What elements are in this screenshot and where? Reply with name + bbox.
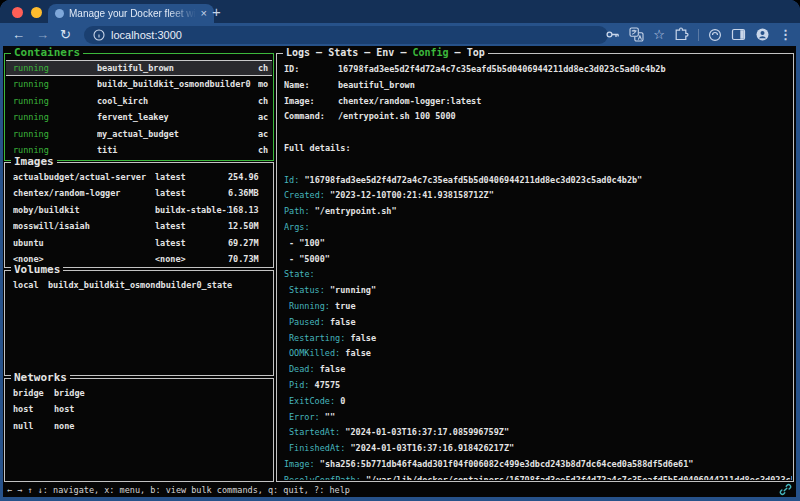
config-detail-value: "/entrypoint.sh" <box>315 206 397 216</box>
inspector-panel: Logs — Stats — Env — Config — Top ID:167… <box>276 53 794 482</box>
config-summary-label: Command: <box>284 109 338 125</box>
container-row[interactable]: runningmy_actual_budgetac <box>6 126 272 142</box>
config-summary-line: Name:beautiful_brown <box>284 78 792 94</box>
config-summary-line: Command:/entrypoint.sh 100 5000 <box>284 109 792 125</box>
browser-tabstrip: Manage your Docker fleet wi × + <box>0 0 800 23</box>
new-tab-button[interactable]: + <box>212 3 221 21</box>
image-name: ubuntu <box>13 235 155 251</box>
minimize-window-button[interactable] <box>31 7 42 18</box>
url-text: localhost:3000 <box>111 29 182 41</box>
container-name: fervent_leakey <box>97 109 258 125</box>
config-detail-key: Paused: <box>289 317 325 327</box>
container-row[interactable]: runningfervent_leakeyac <box>6 109 272 125</box>
config-summary-value: beautiful_brown <box>338 80 415 90</box>
browser-window: Manage your Docker fleet wi × + ← → ↻ lo… <box>0 0 800 501</box>
config-summary-value: chentex/random-logger:latest <box>338 96 481 106</box>
extension-badge-icon[interactable] <box>708 28 722 42</box>
image-row[interactable]: moby/buildkitbuildx-stable-1168.13 <box>6 202 272 218</box>
image-row[interactable]: actualbudget/actual-serverlatest254.96 <box>6 169 272 185</box>
config-detail-value: "2024-01-03T16:37:16.918426217Z" <box>350 443 514 453</box>
password-key-icon[interactable] <box>605 27 620 42</box>
forward-icon[interactable]: → <box>36 28 49 41</box>
container-image: mo <box>258 76 272 92</box>
image-name: actualbudget/actual-server <box>13 169 155 185</box>
container-state: running <box>13 93 97 109</box>
connection-link-icon <box>779 483 792 496</box>
profile-avatar-icon[interactable] <box>755 27 770 42</box>
networks-list: bridgebridgehosthostnullnone <box>6 380 272 480</box>
container-row[interactable]: runningbuildx_buildkit_osmondbuilder0mo <box>6 76 272 92</box>
container-name: beautiful_brown <box>97 60 258 76</box>
config-detail-key: StartedAt: <box>289 427 340 437</box>
bookmark-star-icon[interactable]: ☆ <box>653 28 665 41</box>
network-name: host <box>54 401 74 417</box>
reload-icon[interactable]: ↻ <box>60 28 71 41</box>
image-name: mosswill/isaiah <box>13 218 155 234</box>
config-detail-line: - "5000" <box>284 252 792 268</box>
config-detail-key: Created: <box>284 190 325 200</box>
network-row[interactable]: nullnone <box>6 418 272 434</box>
image-tag: buildx-stable-1 <box>155 202 228 218</box>
image-size: 69.27M <box>228 235 272 251</box>
config-detail-key: Path: <box>284 206 310 216</box>
container-row[interactable]: runningcool_kirchch <box>6 93 272 109</box>
config-summary-label: Name: <box>284 78 338 94</box>
back-icon[interactable]: ← <box>12 28 25 41</box>
config-detail-line: Pid: 47575 <box>284 378 792 394</box>
config-detail-value: false <box>330 317 356 327</box>
tab-close-icon[interactable]: × <box>201 8 207 19</box>
container-image: ch <box>258 60 272 76</box>
config-detail-key: ResolvConfPath: <box>284 475 361 480</box>
config-detail-line: State: <box>284 267 792 283</box>
image-size: 168.13 <box>228 202 272 218</box>
image-name: moby/buildkit <box>13 202 155 218</box>
config-detail-line: OOMKilled: false <box>284 346 792 362</box>
close-window-button[interactable] <box>12 7 23 18</box>
tab-favicon-icon <box>55 9 64 18</box>
config-detail-key: Dead: <box>289 364 315 374</box>
image-row[interactable]: mosswill/isaiahlatest12.50M <box>6 218 272 234</box>
full-details-heading-text: Full details: <box>284 143 351 153</box>
config-detail-line: Id: "16798fad3ee5d2f4d72a4c7c35eafd5b5d0… <box>284 173 792 189</box>
status-bar: ← → ↑ ↓: navigate, x: menu, b: view bulk… <box>7 484 350 497</box>
url-bar[interactable]: localhost:3000 <box>84 26 608 44</box>
network-row[interactable]: hosthost <box>6 401 272 417</box>
site-info-icon[interactable] <box>93 29 105 41</box>
config-detail-key: Error: <box>289 412 320 422</box>
browser-tab[interactable]: Manage your Docker fleet wi × <box>48 4 214 23</box>
config-detail-key: ExitCode: <box>289 396 335 406</box>
translate-icon[interactable] <box>629 27 644 42</box>
volumes-list: localbuildx_buildkit_osmondbuilder0_stat… <box>6 272 272 374</box>
volume-driver: local <box>13 277 48 293</box>
container-state: running <box>13 109 97 125</box>
tab-title: Manage your Docker fleet wi <box>69 8 196 19</box>
config-detail-value: false <box>345 348 371 358</box>
config-detail-value: "running" <box>330 285 376 295</box>
network-driver: null <box>13 418 54 434</box>
config-detail-key: Id: <box>284 175 299 185</box>
image-row[interactable]: ubuntulatest69.27M <box>6 235 272 251</box>
config-detail-line: StartedAt: "2024-01-03T16:37:17.08599675… <box>284 425 792 441</box>
volume-row[interactable]: localbuildx_buildkit_osmondbuilder0_stat… <box>6 277 272 293</box>
image-row[interactable]: chentex/random-loggerlatest6.36MB <box>6 185 272 201</box>
images-list: actualbudget/actual-serverlatest254.96ch… <box>6 164 272 266</box>
config-detail-value: true <box>335 301 355 311</box>
browser-menu-icon[interactable]: ⋮ <box>779 28 792 41</box>
config-detail-line: Dead: false <box>284 362 792 378</box>
container-row[interactable]: runningbeautiful_brownch <box>6 60 272 76</box>
network-driver: bridge <box>13 385 54 401</box>
config-detail-key: Running: <box>289 301 330 311</box>
side-panel-icon[interactable] <box>731 27 746 42</box>
images-panel: Images actualbudget/actual-serverlatest2… <box>4 162 274 268</box>
config-detail-key: Restarting: <box>289 333 345 343</box>
image-name: chentex/random-logger <box>13 185 155 201</box>
blank-line <box>284 125 792 141</box>
extensions-icon[interactable] <box>674 27 689 42</box>
config-detail-line: FinishedAt: "2024-01-03T16:37:16.9184262… <box>284 441 792 457</box>
config-detail-line: Status: "running" <box>284 283 792 299</box>
config-detail-key: FinishedAt: <box>289 443 345 453</box>
network-row[interactable]: bridgebridge <box>6 385 272 401</box>
config-detail-line: Created: "2023-12-10T00:21:41.938158712Z… <box>284 188 792 204</box>
image-tag: <none> <box>155 251 228 266</box>
container-image: ch <box>258 93 272 109</box>
